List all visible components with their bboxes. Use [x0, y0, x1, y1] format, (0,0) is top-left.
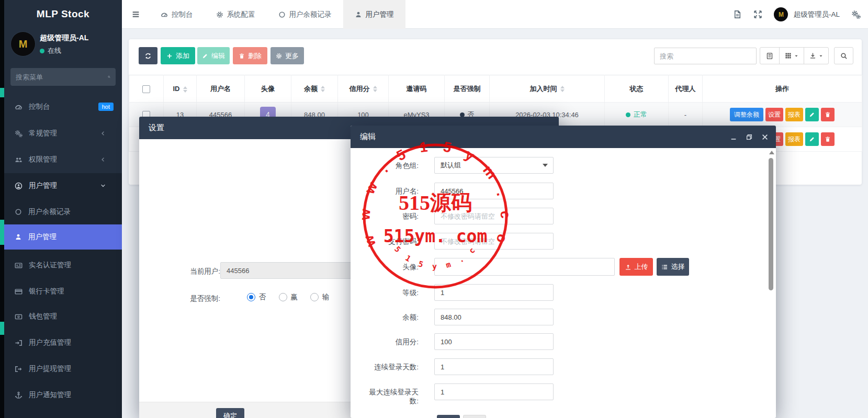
- online-dot-icon: [40, 49, 44, 53]
- search-icon: [840, 52, 848, 60]
- choose-button[interactable]: 选择: [657, 258, 689, 276]
- sidebar-item-notifications[interactable]: 用户通知管理: [4, 382, 122, 408]
- sort-icon[interactable]: [560, 86, 565, 92]
- scrollbar-up-arrow[interactable]: [769, 151, 774, 154]
- sidebar-item-label: 用户通知管理: [29, 390, 71, 400]
- tab-user-management[interactable]: 用户管理: [343, 0, 405, 29]
- row-delete-button[interactable]: [821, 108, 835, 121]
- tab-label: 用户管理: [366, 10, 394, 19]
- fullscreen-icon[interactable]: [753, 10, 762, 19]
- export-button[interactable]: [804, 47, 829, 64]
- upload-button[interactable]: 上传: [619, 258, 653, 276]
- sidebar-item-user-management-group[interactable]: 用户管理: [4, 173, 122, 198]
- search-submit-button[interactable]: [834, 47, 853, 64]
- login-days-input[interactable]: [434, 358, 554, 375]
- sidebar-search[interactable]: [10, 68, 116, 86]
- radio-lose[interactable]: 输: [310, 292, 330, 302]
- clear-cache-icon[interactable]: [733, 10, 742, 19]
- sidebar-search-input[interactable]: [16, 73, 108, 81]
- balance-input[interactable]: [434, 309, 554, 325]
- add-button[interactable]: 添加: [161, 47, 195, 64]
- sidebar-item-label: 实名认证管理: [29, 261, 71, 270]
- maximize-icon[interactable]: [746, 133, 753, 141]
- role-group-value: 默认组: [441, 161, 461, 170]
- sidebar-item-recharge[interactable]: 用户充值管理: [4, 330, 122, 355]
- sidebar-item-dashboard[interactable]: 控制台 hot: [4, 94, 122, 119]
- minimize-icon[interactable]: [730, 133, 737, 141]
- sidebar-item-permissions[interactable]: 权限管理: [4, 147, 122, 172]
- edit-button[interactable]: 编辑: [197, 47, 230, 64]
- report-button[interactable]: 报表: [785, 108, 803, 121]
- pay-password-input[interactable]: [434, 233, 554, 250]
- row-edit-button[interactable]: [805, 132, 819, 146]
- navbar-username[interactable]: 超级管理员-AL: [793, 10, 840, 19]
- users-icon: [15, 156, 22, 164]
- sort-icon[interactable]: [373, 86, 377, 92]
- trash-icon: [825, 111, 831, 118]
- col-balance[interactable]: 余额: [291, 75, 338, 103]
- tab-balance-records[interactable]: 用户余额记录: [267, 0, 343, 29]
- username-input[interactable]: [434, 183, 554, 199]
- pencil-icon: [809, 111, 815, 118]
- plus-icon: [166, 53, 173, 59]
- hamburger-menu-icon[interactable]: [122, 0, 149, 29]
- sort-icon[interactable]: [321, 86, 325, 92]
- chevron-left-icon: [100, 156, 106, 163]
- row-delete-button[interactable]: [821, 132, 835, 146]
- radio-icon: [247, 293, 255, 301]
- settings-gears-icon[interactable]: [851, 10, 861, 19]
- avatar[interactable]: M: [774, 7, 788, 21]
- radio-win[interactable]: 赢: [279, 292, 298, 302]
- role-group-select[interactable]: 默认组: [434, 157, 554, 174]
- refresh-icon: [144, 52, 152, 60]
- row-edit-button[interactable]: [805, 108, 819, 121]
- wallet-icon: [15, 313, 22, 321]
- edit-modal-header[interactable]: 编辑: [351, 126, 776, 148]
- col-joined[interactable]: 加入时间: [490, 75, 605, 103]
- col-credit[interactable]: 信用分: [338, 75, 389, 103]
- cell-agent: -: [669, 103, 703, 127]
- scrollbar-thumb[interactable]: [769, 158, 773, 290]
- row-settings-button[interactable]: 设置: [765, 108, 783, 121]
- sidebar-item-user-management[interactable]: 用户管理: [4, 224, 122, 250]
- avatar[interactable]: M: [10, 31, 36, 57]
- credit-input[interactable]: [434, 333, 554, 350]
- delete-button[interactable]: 删除: [233, 47, 267, 64]
- pencil-icon: [202, 53, 208, 59]
- avatar-input[interactable]: [434, 258, 615, 276]
- gauge-icon: [161, 11, 168, 18]
- radio-no[interactable]: 否: [247, 292, 266, 302]
- select-all-checkbox[interactable]: [142, 85, 150, 93]
- sidebar-item-realname-auth[interactable]: 实名认证管理: [4, 253, 122, 278]
- confirm-button[interactable]: 确定: [216, 408, 244, 418]
- adjust-balance-button[interactable]: 调整余额: [730, 108, 763, 121]
- sidebar-item-bank-cards[interactable]: 银行卡管理: [4, 279, 122, 304]
- tab-dashboard[interactable]: 控制台: [149, 0, 205, 29]
- columns-button[interactable]: [779, 47, 804, 64]
- forced-radio-group: 否 赢 输: [247, 292, 330, 302]
- sidebar-item-withdrawal[interactable]: 用户提现管理: [4, 356, 122, 381]
- table-search-input[interactable]: [654, 48, 757, 64]
- close-icon[interactable]: [761, 133, 769, 141]
- chevron-left-icon: [100, 130, 106, 137]
- sidebar-item-general[interactable]: 常规管理: [4, 121, 122, 146]
- col-invite: 邀请码: [389, 75, 445, 103]
- col-id[interactable]: ID: [164, 75, 197, 103]
- edit-confirm-button[interactable]: [437, 415, 460, 418]
- level-input[interactable]: [434, 284, 554, 301]
- max-login-days-input[interactable]: [434, 383, 554, 400]
- tab-system-config[interactable]: 系统配置: [205, 0, 267, 29]
- refresh-button[interactable]: [139, 47, 157, 64]
- sort-icon[interactable]: [183, 86, 187, 93]
- radio-icon: [279, 293, 287, 301]
- password-input[interactable]: [434, 208, 554, 224]
- delete-label: 删除: [248, 51, 262, 61]
- detail-view-button[interactable]: [760, 47, 780, 64]
- more-button[interactable]: 更多: [270, 47, 304, 64]
- edit-reset-button[interactable]: [463, 415, 486, 418]
- credit-card-icon: [15, 288, 22, 296]
- trash-icon: [239, 53, 245, 59]
- sidebar-item-wallets[interactable]: 钱包管理: [4, 304, 122, 329]
- report-button[interactable]: 报表: [785, 132, 803, 146]
- sidebar-item-balance-records[interactable]: 用户余额记录: [4, 199, 122, 224]
